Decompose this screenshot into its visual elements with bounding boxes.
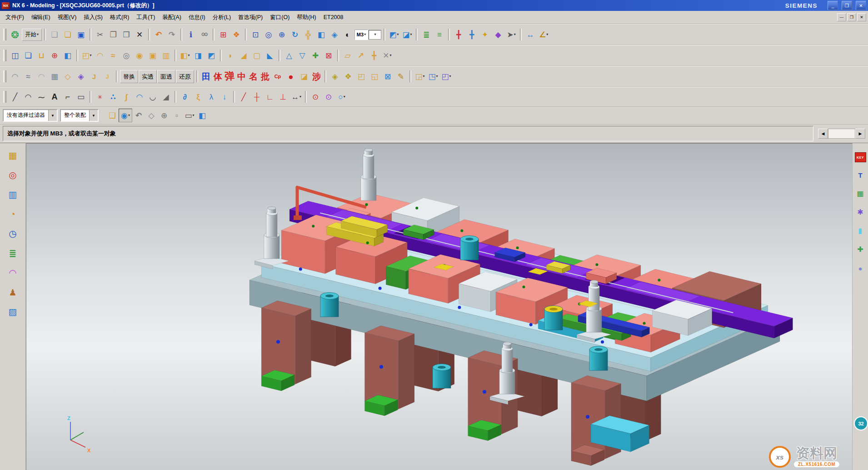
snap-key-icon[interactable]: ✦	[479, 28, 491, 41]
expression-icon[interactable]: ✕	[381, 49, 394, 62]
sweep-icon[interactable]: ≈	[107, 49, 120, 62]
scenes-icon[interactable]: ▨	[6, 305, 20, 319]
menu-preferences[interactable]: 首选项(P)	[234, 12, 266, 23]
split-body-icon[interactable]: ▽	[296, 49, 309, 62]
tool-group-b-icon[interactable]: ◳	[427, 70, 439, 83]
measure-angle-icon[interactable]: ∠	[537, 28, 550, 41]
materials-icon[interactable]: ◠	[6, 266, 20, 280]
gold-box-icon[interactable]: ◪	[298, 70, 310, 83]
wade-char-button[interactable]: 涉	[311, 70, 322, 83]
unite-icon[interactable]: ◧	[179, 49, 191, 62]
solid-translucent-button[interactable]: 实透	[139, 70, 157, 83]
zoom-in-out-icon[interactable]: ⊕	[275, 28, 288, 41]
quick-trim-icon[interactable]: ╱	[237, 90, 250, 103]
child-close-button[interactable]: ✕	[857, 13, 866, 21]
menu-file[interactable]: 文件(F)	[2, 12, 28, 23]
fastener-icon[interactable]: ✚	[854, 244, 866, 255]
rotate-csys-icon[interactable]: ⊕	[158, 109, 170, 122]
toolbar-drag-handle[interactable]	[3, 70, 6, 82]
offset-curve-icon[interactable]: ∫	[120, 90, 133, 103]
hidden-cube-icon[interactable]: ▫	[170, 109, 183, 122]
annotate-icon[interactable]: ◎	[6, 168, 20, 182]
wireframe-view-icon[interactable]: ◈	[328, 28, 341, 41]
rib-icon[interactable]: ▥	[160, 49, 172, 62]
rotate-view-icon[interactable]: ↻	[289, 28, 301, 41]
wcs-orient-icon[interactable]: ╋	[465, 28, 478, 41]
menu-tools[interactable]: 工具(T)	[133, 12, 159, 23]
block-primitive-icon[interactable]: ◧	[61, 49, 74, 62]
shaded-small-icon[interactable]: ◧	[196, 109, 209, 122]
view-m3-button[interactable]: M3	[354, 30, 368, 40]
cube-cross-icon[interactable]: ⊠	[381, 70, 394, 83]
cube-flag-icon[interactable]: ◰	[355, 70, 368, 83]
toolbar-drag-handle[interactable]	[3, 29, 6, 40]
rectangle-icon[interactable]: ▭	[75, 90, 87, 103]
edit-pencil-icon[interactable]: ✎	[394, 70, 407, 83]
helix-icon[interactable]: ξ	[192, 90, 205, 103]
toolbar-drag-handle[interactable]	[3, 91, 6, 103]
undo-icon[interactable]: ↶	[152, 28, 165, 41]
grid-char-button[interactable]: 田	[200, 70, 212, 83]
shaded-view-icon[interactable]: ◧	[315, 28, 328, 41]
hook2-icon[interactable]: J	[101, 70, 114, 83]
marquee-select-icon[interactable]: ▭	[183, 109, 196, 122]
datum-plane-icon[interactable]: ▱	[341, 49, 354, 62]
nx-swirl-icon[interactable]: ❂	[9, 28, 21, 41]
ruled-surface-icon[interactable]: ◠	[9, 70, 21, 83]
fillet-icon[interactable]: ◡	[146, 90, 159, 103]
text-tool-icon[interactable]: A	[48, 90, 61, 103]
text-pin-icon[interactable]: T	[854, 169, 866, 181]
pocket-icon[interactable]: ▣	[146, 49, 159, 62]
circle-alt-icon[interactable]: ⊙	[322, 90, 335, 103]
cascade-window-icon[interactable]: ❏	[22, 49, 35, 62]
cp-button[interactable]: Cp	[271, 70, 284, 83]
reuse-library-icon[interactable]: ▦	[6, 149, 20, 162]
sphere-icon[interactable]: ●	[854, 262, 866, 274]
restore-button[interactable]: 还原	[176, 70, 194, 83]
line-icon[interactable]: ╱	[9, 90, 21, 103]
body-char-button[interactable]: 体	[212, 70, 224, 83]
bridge-curve-icon[interactable]: ◠	[133, 90, 146, 103]
red-ball-icon[interactable]: ●	[284, 70, 297, 83]
close-button[interactable]: ✕	[856, 1, 866, 10]
scroll-left-button[interactable]: ◀	[818, 129, 828, 139]
vial-icon[interactable]: ▮	[854, 225, 866, 237]
menu-format[interactable]: 格式(R)	[106, 12, 133, 23]
part-navigator-icon[interactable]: ▥	[6, 188, 20, 201]
info-icon[interactable]: ℹ	[185, 28, 197, 41]
delete-face-icon[interactable]: ⊠	[322, 49, 335, 62]
material-card-icon[interactable]: ▦	[854, 188, 866, 200]
tool-group-c-icon[interactable]: ◰	[440, 70, 453, 83]
scroll-right-button[interactable]: ▶	[855, 129, 865, 139]
save-icon[interactable]: ▣	[75, 28, 87, 41]
cube-alert-icon[interactable]: ◱	[368, 70, 381, 83]
touch-pad-icon[interactable]: ⊞	[217, 28, 229, 41]
cut-icon[interactable]: ✂	[94, 28, 106, 41]
circle-icon[interactable]: ⊙	[309, 90, 322, 103]
selection-scope-dropdown[interactable]: 整个装配 ▼	[60, 109, 99, 122]
project-curve-icon[interactable]: ↓	[218, 90, 231, 103]
background-button[interactable]	[369, 30, 381, 40]
datum-clamp-icon[interactable]: ⊔	[35, 49, 48, 62]
swept-surface-icon[interactable]: ◠	[35, 70, 48, 83]
boss-icon[interactable]: ◉	[133, 49, 146, 62]
point-icon[interactable]: ✳	[94, 90, 106, 103]
intersect-curve-icon[interactable]: λ	[205, 90, 218, 103]
menu-analysis[interactable]: 分析(L)	[209, 12, 234, 23]
point-set-icon[interactable]: ∴	[107, 90, 120, 103]
redo-icon[interactable]: ↷	[165, 28, 178, 41]
key-shortcut-icon[interactable]: KEY	[855, 152, 866, 162]
scroll-track[interactable]	[828, 129, 855, 139]
dropdown-arrow-icon[interactable]: ▼	[48, 110, 57, 121]
intersect-icon[interactable]: ◩	[205, 49, 218, 62]
fit-view-icon[interactable]: ⊡	[249, 28, 262, 41]
undo-selection-icon[interactable]: ↶	[132, 109, 145, 122]
menu-window[interactable]: 窗口(O)	[266, 12, 293, 23]
snap-diamond-icon[interactable]: ◆	[492, 28, 504, 41]
menu-edit[interactable]: 编辑(E)	[28, 12, 54, 23]
new-file-icon[interactable]: ❑	[48, 28, 61, 41]
snap-pair-icon[interactable]: ❏	[106, 109, 119, 122]
molecule-icon[interactable]: ✱	[854, 206, 866, 218]
point-csys-icon[interactable]: ⊕	[48, 49, 61, 62]
hole-icon[interactable]: ◎	[120, 49, 133, 62]
